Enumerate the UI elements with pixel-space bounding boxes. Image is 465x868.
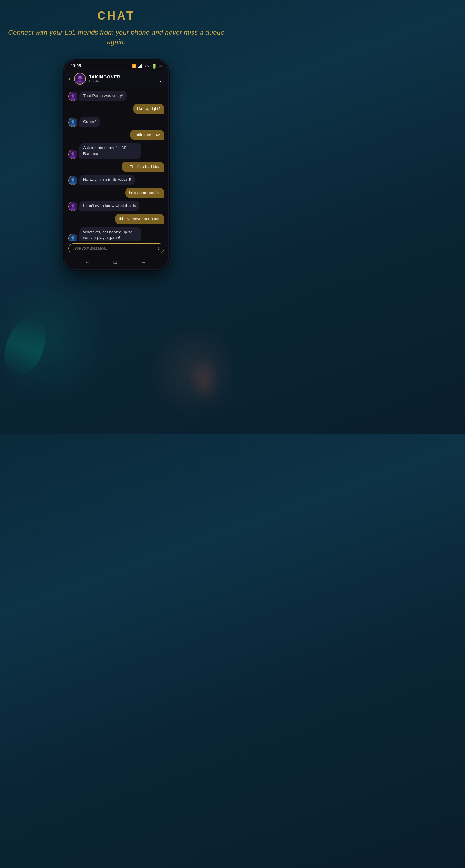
contact-avatar	[74, 73, 86, 85]
status-icons: 📶 88% 🔋	[132, 64, 162, 68]
message-row: That Penta was crazy!	[68, 91, 164, 101]
svg-point-3	[79, 76, 81, 78]
message-row: I don't even know what that is	[68, 200, 164, 211]
phone-wrapper: 13:05 📶 88% 🔋 ‹	[0, 60, 232, 270]
contact-status: Mobile	[89, 80, 157, 83]
wifi-icon: 📶	[132, 64, 136, 68]
chat-header: ‹ TAKINGOVER Mobile ⋮	[64, 70, 168, 87]
svg-point-8	[71, 120, 74, 123]
message-bubble: he's an armordillo	[125, 188, 164, 198]
nav-bar: ⌐ □ ←	[64, 256, 168, 269]
status-bar: 13:05 📶 88% 🔋	[64, 60, 168, 70]
message-bubble: That Penta was crazy!	[80, 91, 127, 101]
message-input-row: ›	[68, 243, 164, 253]
messages-area: That Penta was crazy! I know, right? Gam…	[64, 87, 168, 241]
send-button[interactable]: ›	[158, 246, 160, 251]
avatar	[68, 118, 78, 127]
phone-device: 13:05 📶 88% 🔋 ‹	[64, 60, 169, 270]
message-row: Ask me about my full AP Rammus	[68, 143, 164, 159]
svg-point-11	[71, 152, 74, 155]
message-row: No way, I'm a turtle wizard!	[68, 175, 164, 185]
message-row: ... That's a bad idea	[68, 161, 164, 172]
page-header: CHAT Connect with your LoL friends from …	[0, 0, 232, 50]
more-options-button[interactable]: ⋮	[157, 75, 164, 83]
message-row: I know, right?	[68, 103, 164, 114]
nav-back-icon[interactable]: ←	[142, 259, 146, 265]
page-title: CHAT	[6, 9, 226, 22]
message-bubble: Ask me about my full AP Rammus	[80, 143, 142, 159]
message-row: Game?	[68, 117, 164, 127]
nav-recent-apps-icon[interactable]: ⌐	[86, 259, 89, 265]
avatar	[68, 92, 78, 101]
nav-home-icon[interactable]: □	[114, 259, 117, 265]
message-bubble: ... That's a bad idea	[122, 161, 164, 172]
input-area: ›	[64, 241, 168, 256]
status-time: 13:05	[71, 64, 81, 68]
message-bubble: getting on now.	[130, 130, 164, 140]
message-bubble: No way, I'm a turtle wizard!	[80, 175, 135, 185]
avatar	[68, 150, 78, 159]
avatar	[68, 176, 78, 185]
svg-point-20	[71, 236, 74, 239]
contact-name: TAKINGOVER	[89, 74, 157, 80]
message-bubble: Game?	[80, 117, 100, 127]
battery-text: 88%	[144, 64, 150, 68]
message-row: Whatever, get booted up so we can play a…	[68, 227, 164, 241]
message-row: tbh I've never seen one	[68, 214, 164, 224]
camera-dot	[159, 65, 162, 67]
svg-point-14	[71, 178, 74, 181]
message-row: getting on now.	[68, 130, 164, 140]
message-input[interactable]	[73, 246, 158, 250]
message-bubble: I don't even know what that is	[80, 200, 140, 211]
chat-info: TAKINGOVER Mobile	[89, 74, 157, 83]
avatar	[68, 202, 78, 211]
message-bubble: I know, right?	[133, 103, 164, 114]
message-row: he's an armordillo	[68, 188, 164, 198]
page-subtitle: Connect with your LoL friends from your …	[6, 28, 226, 47]
back-button[interactable]: ‹	[69, 75, 71, 82]
message-bubble: tbh I've never seen one	[115, 214, 164, 224]
svg-point-5	[71, 94, 74, 97]
signal-icon	[137, 64, 142, 68]
swirl-decoration-right	[189, 356, 220, 403]
svg-point-17	[71, 204, 74, 207]
avatar	[68, 234, 78, 241]
swirl-decoration-left	[0, 312, 53, 383]
battery-icon: 🔋	[152, 64, 157, 68]
message-bubble: Whatever, get booted up so we can play a…	[80, 227, 142, 241]
